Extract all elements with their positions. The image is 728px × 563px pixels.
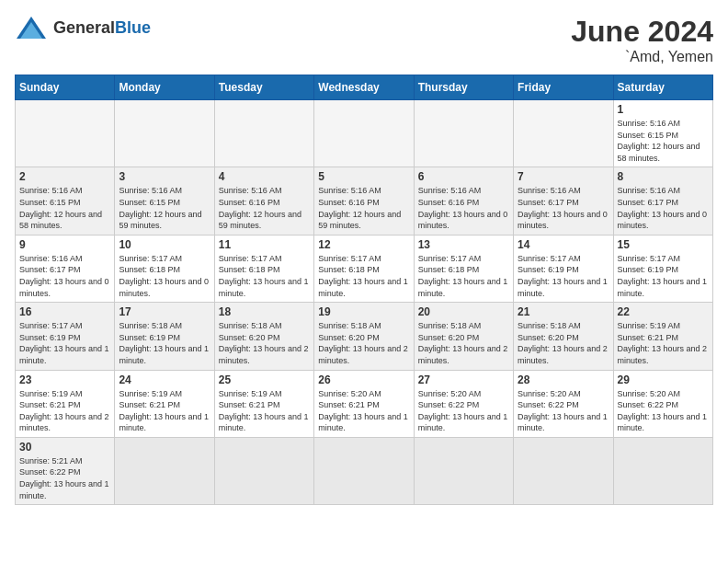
day-info: Sunrise: 5:18 AM Sunset: 6:19 PM Dayligh… xyxy=(119,320,210,366)
header: GeneralBlue June 2024 `Amd, Yemen xyxy=(15,15,713,65)
day-number: 13 xyxy=(418,238,509,251)
calendar-day-cell: 27Sunrise: 5:20 AM Sunset: 6:22 PM Dayli… xyxy=(414,370,513,437)
logo-text: GeneralBlue xyxy=(53,18,151,38)
calendar-day-cell xyxy=(414,437,513,504)
calendar-day-cell: 18Sunrise: 5:18 AM Sunset: 6:20 PM Dayli… xyxy=(214,303,313,370)
day-number: 15 xyxy=(618,238,709,251)
calendar-day-header: Sunday xyxy=(16,75,115,100)
day-number: 1 xyxy=(618,103,709,116)
calendar-day-cell xyxy=(314,100,414,167)
calendar-day-cell xyxy=(613,437,712,504)
day-number: 4 xyxy=(219,170,310,183)
title-block: June 2024 `Amd, Yemen xyxy=(571,15,713,65)
day-info: Sunrise: 5:17 AM Sunset: 6:18 PM Dayligh… xyxy=(418,253,509,299)
calendar-day-cell xyxy=(115,437,214,504)
calendar-day-cell: 7Sunrise: 5:16 AM Sunset: 6:17 PM Daylig… xyxy=(514,167,613,235)
day-info: Sunrise: 5:16 AM Sunset: 6:16 PM Dayligh… xyxy=(318,185,409,231)
calendar-week-row: 9Sunrise: 5:16 AM Sunset: 6:17 PM Daylig… xyxy=(16,235,713,302)
day-number: 27 xyxy=(418,373,509,386)
calendar-day-cell: 10Sunrise: 5:17 AM Sunset: 6:18 PM Dayli… xyxy=(115,235,214,302)
calendar-day-header: Saturday xyxy=(613,75,712,100)
calendar-day-cell: 2Sunrise: 5:16 AM Sunset: 6:15 PM Daylig… xyxy=(16,167,115,235)
calendar-day-cell xyxy=(514,437,613,504)
day-number: 19 xyxy=(318,305,409,318)
day-info: Sunrise: 5:18 AM Sunset: 6:20 PM Dayligh… xyxy=(418,320,509,366)
day-info: Sunrise: 5:21 AM Sunset: 6:22 PM Dayligh… xyxy=(19,455,110,501)
calendar-day-cell: 1Sunrise: 5:16 AM Sunset: 6:15 PM Daylig… xyxy=(613,100,712,167)
calendar-day-cell: 5Sunrise: 5:16 AM Sunset: 6:16 PM Daylig… xyxy=(314,167,414,235)
day-number: 26 xyxy=(318,373,409,386)
day-number: 25 xyxy=(219,373,310,386)
month-year: June 2024 xyxy=(571,15,713,49)
calendar-day-cell xyxy=(115,100,214,167)
calendar-day-cell: 8Sunrise: 5:16 AM Sunset: 6:17 PM Daylig… xyxy=(613,167,712,235)
day-number: 11 xyxy=(219,238,310,251)
calendar-day-cell: 15Sunrise: 5:17 AM Sunset: 6:19 PM Dayli… xyxy=(613,235,712,302)
calendar-day-cell: 22Sunrise: 5:19 AM Sunset: 6:21 PM Dayli… xyxy=(613,303,712,370)
calendar-day-cell: 26Sunrise: 5:20 AM Sunset: 6:21 PM Dayli… xyxy=(314,370,414,437)
calendar-day-cell: 19Sunrise: 5:18 AM Sunset: 6:20 PM Dayli… xyxy=(314,303,414,370)
logo-icon xyxy=(15,15,48,40)
day-number: 8 xyxy=(618,170,709,183)
day-info: Sunrise: 5:16 AM Sunset: 6:16 PM Dayligh… xyxy=(219,185,310,231)
day-info: Sunrise: 5:20 AM Sunset: 6:22 PM Dayligh… xyxy=(418,388,509,434)
calendar-day-cell: 24Sunrise: 5:19 AM Sunset: 6:21 PM Dayli… xyxy=(115,370,214,437)
calendar-day-cell xyxy=(314,437,414,504)
calendar-day-cell: 11Sunrise: 5:17 AM Sunset: 6:18 PM Dayli… xyxy=(214,235,313,302)
logo: GeneralBlue xyxy=(15,15,151,40)
calendar-day-cell: 29Sunrise: 5:20 AM Sunset: 6:22 PM Dayli… xyxy=(613,370,712,437)
calendar-week-row: 23Sunrise: 5:19 AM Sunset: 6:21 PM Dayli… xyxy=(16,370,713,437)
calendar-day-cell: 14Sunrise: 5:17 AM Sunset: 6:19 PM Dayli… xyxy=(514,235,613,302)
day-info: Sunrise: 5:16 AM Sunset: 6:15 PM Dayligh… xyxy=(618,118,709,164)
day-info: Sunrise: 5:17 AM Sunset: 6:19 PM Dayligh… xyxy=(19,320,110,366)
day-info: Sunrise: 5:18 AM Sunset: 6:20 PM Dayligh… xyxy=(518,320,609,366)
day-info: Sunrise: 5:16 AM Sunset: 6:17 PM Dayligh… xyxy=(19,253,110,299)
day-number: 7 xyxy=(518,170,609,183)
calendar: SundayMondayTuesdayWednesdayThursdayFrid… xyxy=(15,75,713,505)
day-info: Sunrise: 5:16 AM Sunset: 6:16 PM Dayligh… xyxy=(418,185,509,231)
calendar-day-cell: 9Sunrise: 5:16 AM Sunset: 6:17 PM Daylig… xyxy=(16,235,115,302)
page-container: GeneralBlue June 2024 `Amd, Yemen Sunday… xyxy=(15,15,713,505)
calendar-day-header: Tuesday xyxy=(214,75,313,100)
day-info: Sunrise: 5:20 AM Sunset: 6:21 PM Dayligh… xyxy=(318,388,409,434)
calendar-day-cell xyxy=(514,100,613,167)
day-info: Sunrise: 5:19 AM Sunset: 6:21 PM Dayligh… xyxy=(219,388,310,434)
day-number: 17 xyxy=(119,305,210,318)
calendar-day-cell xyxy=(16,100,115,167)
day-number: 29 xyxy=(618,373,709,386)
day-info: Sunrise: 5:17 AM Sunset: 6:18 PM Dayligh… xyxy=(219,253,310,299)
calendar-day-cell: 6Sunrise: 5:16 AM Sunset: 6:16 PM Daylig… xyxy=(414,167,513,235)
calendar-day-cell: 20Sunrise: 5:18 AM Sunset: 6:20 PM Dayli… xyxy=(414,303,513,370)
day-number: 30 xyxy=(19,441,110,454)
calendar-day-cell: 23Sunrise: 5:19 AM Sunset: 6:21 PM Dayli… xyxy=(16,370,115,437)
day-number: 2 xyxy=(19,170,110,183)
day-info: Sunrise: 5:16 AM Sunset: 6:15 PM Dayligh… xyxy=(19,185,110,231)
calendar-day-cell: 28Sunrise: 5:20 AM Sunset: 6:22 PM Dayli… xyxy=(514,370,613,437)
calendar-day-cell: 4Sunrise: 5:16 AM Sunset: 6:16 PM Daylig… xyxy=(214,167,313,235)
calendar-day-cell xyxy=(214,100,313,167)
day-info: Sunrise: 5:17 AM Sunset: 6:18 PM Dayligh… xyxy=(318,253,409,299)
day-number: 6 xyxy=(418,170,509,183)
calendar-week-row: 30Sunrise: 5:21 AM Sunset: 6:22 PM Dayli… xyxy=(16,437,713,504)
day-number: 12 xyxy=(318,238,409,251)
day-info: Sunrise: 5:17 AM Sunset: 6:18 PM Dayligh… xyxy=(119,253,210,299)
calendar-day-cell xyxy=(214,437,313,504)
calendar-day-cell: 25Sunrise: 5:19 AM Sunset: 6:21 PM Dayli… xyxy=(214,370,313,437)
day-number: 28 xyxy=(518,373,609,386)
day-info: Sunrise: 5:16 AM Sunset: 6:15 PM Dayligh… xyxy=(119,185,210,231)
day-info: Sunrise: 5:17 AM Sunset: 6:19 PM Dayligh… xyxy=(618,253,709,299)
calendar-day-cell: 21Sunrise: 5:18 AM Sunset: 6:20 PM Dayli… xyxy=(514,303,613,370)
calendar-week-row: 1Sunrise: 5:16 AM Sunset: 6:15 PM Daylig… xyxy=(16,100,713,167)
calendar-day-cell: 16Sunrise: 5:17 AM Sunset: 6:19 PM Dayli… xyxy=(16,303,115,370)
day-info: Sunrise: 5:16 AM Sunset: 6:17 PM Dayligh… xyxy=(518,185,609,231)
day-number: 5 xyxy=(318,170,409,183)
day-info: Sunrise: 5:20 AM Sunset: 6:22 PM Dayligh… xyxy=(618,388,709,434)
calendar-week-row: 16Sunrise: 5:17 AM Sunset: 6:19 PM Dayli… xyxy=(16,303,713,370)
day-info: Sunrise: 5:19 AM Sunset: 6:21 PM Dayligh… xyxy=(618,320,709,366)
day-number: 23 xyxy=(19,373,110,386)
day-number: 16 xyxy=(19,305,110,318)
calendar-day-cell: 12Sunrise: 5:17 AM Sunset: 6:18 PM Dayli… xyxy=(314,235,414,302)
day-number: 20 xyxy=(418,305,509,318)
calendar-day-cell: 13Sunrise: 5:17 AM Sunset: 6:18 PM Dayli… xyxy=(414,235,513,302)
calendar-day-header: Friday xyxy=(514,75,613,100)
